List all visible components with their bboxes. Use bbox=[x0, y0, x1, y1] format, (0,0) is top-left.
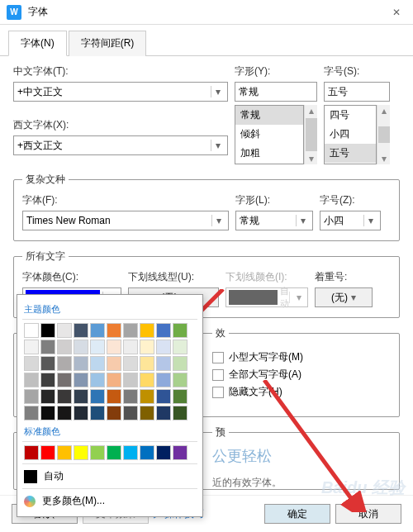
color-cell[interactable] bbox=[140, 323, 154, 338]
color-cell[interactable] bbox=[24, 406, 39, 420]
color-cell[interactable] bbox=[57, 406, 72, 420]
standard-color-row bbox=[22, 444, 197, 462]
color-cell[interactable] bbox=[107, 373, 121, 387]
color-cell[interactable] bbox=[57, 373, 72, 387]
size-listbox[interactable]: 四号 小四 五号 bbox=[324, 105, 377, 164]
color-cell[interactable] bbox=[90, 389, 105, 404]
color-cell[interactable] bbox=[90, 340, 105, 354]
checkbox-icon[interactable] bbox=[212, 387, 224, 398]
color-cell[interactable] bbox=[74, 389, 88, 404]
emphasis-combo[interactable]: (无) ▾ bbox=[315, 287, 373, 307]
color-cell[interactable] bbox=[24, 373, 39, 387]
color-cell[interactable] bbox=[156, 340, 171, 354]
color-cell[interactable] bbox=[90, 406, 105, 420]
color-cell[interactable] bbox=[74, 373, 88, 387]
style-item-regular[interactable]: 常规 bbox=[235, 106, 303, 125]
color-cell[interactable] bbox=[156, 406, 171, 420]
color-cell[interactable] bbox=[140, 445, 154, 460]
size-item-0[interactable]: 四号 bbox=[325, 106, 376, 125]
color-cell[interactable] bbox=[107, 389, 121, 404]
color-cell[interactable] bbox=[57, 340, 72, 354]
color-cell[interactable] bbox=[156, 323, 171, 338]
color-cell[interactable] bbox=[123, 356, 138, 371]
color-cell[interactable] bbox=[74, 445, 88, 460]
color-cell[interactable] bbox=[140, 406, 154, 420]
color-cell[interactable] bbox=[156, 356, 171, 371]
color-cell[interactable] bbox=[90, 373, 105, 387]
color-cell[interactable] bbox=[173, 323, 188, 338]
size-item-1[interactable]: 小四 bbox=[325, 125, 376, 144]
color-cell[interactable] bbox=[74, 340, 88, 354]
color-cell[interactable] bbox=[40, 445, 55, 460]
color-cell[interactable] bbox=[107, 406, 121, 420]
color-cell[interactable] bbox=[40, 373, 55, 387]
color-cell[interactable] bbox=[107, 340, 121, 354]
style-item-italic[interactable]: 倾斜 bbox=[235, 125, 303, 144]
cb-small-caps-row[interactable]: 小型大写字母(M) bbox=[212, 350, 391, 364]
color-cell[interactable] bbox=[123, 323, 138, 338]
color-cell[interactable] bbox=[140, 373, 154, 387]
color-cell[interactable] bbox=[40, 356, 55, 371]
color-cell[interactable] bbox=[123, 406, 138, 420]
color-cell[interactable] bbox=[40, 323, 55, 338]
color-cell[interactable] bbox=[57, 323, 72, 338]
color-cell[interactable] bbox=[123, 445, 138, 460]
color-cell[interactable] bbox=[74, 356, 88, 371]
color-cell[interactable] bbox=[57, 389, 72, 404]
color-cell[interactable] bbox=[57, 445, 72, 460]
style-item-bold[interactable]: 加粗 bbox=[235, 144, 303, 163]
tab-spacing[interactable]: 字符间距(R) bbox=[69, 31, 147, 56]
color-cell[interactable] bbox=[123, 340, 138, 354]
color-cell[interactable] bbox=[40, 340, 55, 354]
color-cell[interactable] bbox=[173, 356, 188, 371]
color-cell[interactable] bbox=[90, 356, 105, 371]
more-colors-row[interactable]: 更多颜色(M)... bbox=[22, 491, 197, 511]
color-cell[interactable] bbox=[123, 389, 138, 404]
color-cell[interactable] bbox=[24, 389, 39, 404]
color-cell[interactable] bbox=[74, 323, 88, 338]
color-cell[interactable] bbox=[107, 323, 121, 338]
color-cell[interactable] bbox=[57, 356, 72, 371]
color-cell[interactable] bbox=[140, 389, 154, 404]
color-cell[interactable] bbox=[24, 445, 39, 460]
color-cell[interactable] bbox=[140, 356, 154, 371]
csize-combo[interactable]: 小四 ▾ bbox=[320, 211, 381, 230]
auto-color-row[interactable]: 自动 bbox=[22, 466, 197, 487]
size-item-2[interactable]: 五号 bbox=[325, 144, 376, 163]
color-cell[interactable] bbox=[74, 406, 88, 420]
color-cell[interactable] bbox=[40, 389, 55, 404]
size-value: 五号 bbox=[328, 85, 348, 99]
close-button[interactable]: ✕ bbox=[380, 0, 413, 25]
color-cell[interactable] bbox=[173, 373, 188, 387]
cstyle-combo[interactable]: 常规 ▾ bbox=[235, 211, 313, 230]
cn-font-combo[interactable]: +中文正文 ▾ bbox=[13, 82, 228, 102]
en-font-combo[interactable]: +西文正文 ▾ bbox=[13, 135, 228, 155]
cfont-combo[interactable]: Times New Roman ▾ bbox=[22, 211, 229, 230]
color-cell[interactable] bbox=[24, 323, 39, 338]
checkbox-icon[interactable] bbox=[212, 352, 224, 363]
color-cell[interactable] bbox=[90, 323, 105, 338]
style-scrollbar[interactable]: ▴▾ bbox=[304, 105, 317, 164]
color-cell[interactable] bbox=[123, 373, 138, 387]
size-input[interactable]: 五号 bbox=[324, 82, 390, 102]
color-cell[interactable] bbox=[24, 356, 39, 371]
color-cell[interactable] bbox=[90, 445, 105, 460]
style-listbox[interactable]: 常规 倾斜 加粗 bbox=[235, 105, 304, 164]
checkbox-icon[interactable] bbox=[212, 369, 224, 381]
color-cell[interactable] bbox=[24, 340, 39, 354]
color-cell[interactable] bbox=[107, 356, 121, 371]
style-input[interactable]: 常规 bbox=[235, 82, 317, 102]
color-cell[interactable] bbox=[140, 340, 154, 354]
color-cell[interactable] bbox=[107, 445, 121, 460]
color-cell[interactable] bbox=[156, 445, 171, 460]
color-cell[interactable] bbox=[173, 340, 188, 354]
color-cell[interactable] bbox=[173, 445, 188, 460]
chevron-down-icon: ▾ bbox=[296, 215, 309, 226]
color-cell[interactable] bbox=[173, 406, 188, 420]
color-cell[interactable] bbox=[40, 406, 55, 420]
tab-font[interactable]: 字体(N) bbox=[8, 31, 67, 56]
color-cell[interactable] bbox=[156, 389, 171, 404]
color-cell[interactable] bbox=[156, 373, 171, 387]
size-scrollbar[interactable]: ▴▾ bbox=[377, 105, 390, 164]
color-cell[interactable] bbox=[173, 389, 188, 404]
